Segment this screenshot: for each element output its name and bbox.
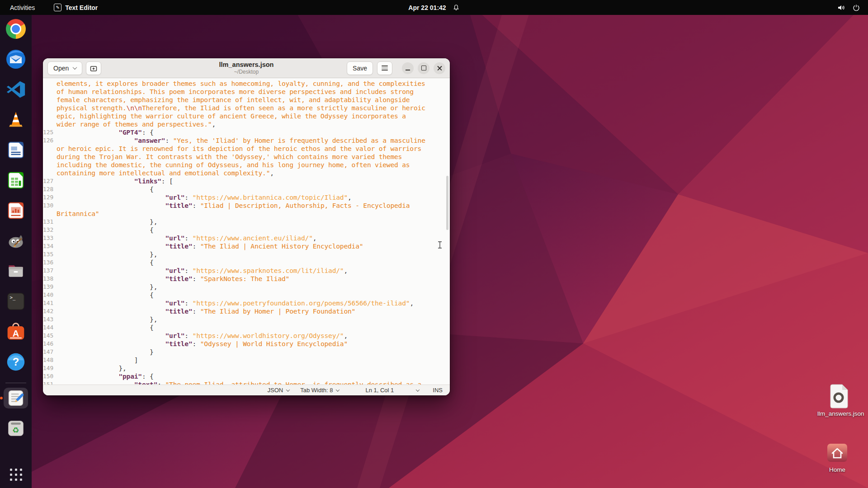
dock-item-libreoffice-writer[interactable] xyxy=(4,140,28,160)
dock-item-help[interactable]: ? xyxy=(4,352,28,372)
code-text: { xyxy=(57,185,154,193)
code-line[interactable]: 125 "GPT4": { xyxy=(43,128,450,136)
code-line[interactable]: 143 }, xyxy=(43,315,450,324)
code-line[interactable]: 135 }, xyxy=(43,250,450,258)
close-button[interactable] xyxy=(434,62,445,74)
dock-item-terminal[interactable]: >_ xyxy=(4,291,28,312)
code-line[interactable]: 136 { xyxy=(43,258,450,267)
code-line[interactable]: during the Trojan War. It contrasts with… xyxy=(43,153,450,161)
tab-width-selector[interactable]: Tab Width: 8 xyxy=(300,387,339,394)
headerbar[interactable]: Open llm_answers.json ~/Desktop Save xyxy=(43,58,450,78)
svg-text:>_: >_ xyxy=(10,295,16,300)
dock-item-libreoffice-impress[interactable] xyxy=(4,200,28,221)
dock-item-vscode[interactable] xyxy=(4,79,28,100)
code-line[interactable]: 128 { xyxy=(43,185,450,193)
code-text: "title": "Odyssey | World History Encycl… xyxy=(57,340,348,348)
code-text: epic, highlighting the warrior culture o… xyxy=(57,112,406,120)
code-line[interactable]: of human relationships. This poem incorp… xyxy=(43,88,450,96)
main-menu-button[interactable] xyxy=(377,61,392,75)
goto-line-selector[interactable]: Ln 1, Col 1 xyxy=(365,387,419,394)
code-text: } xyxy=(57,348,154,356)
line-number: 140 xyxy=(43,291,57,299)
text-editor-icon xyxy=(7,389,25,407)
code-line[interactable]: epic, highlighting the warrior culture o… xyxy=(43,112,450,120)
code-line[interactable]: elements, it explores broader themes suc… xyxy=(43,80,450,88)
line-number: 138 xyxy=(43,275,57,283)
code-text: "text": "The poem Iliad, attributed to H… xyxy=(57,380,421,385)
code-line[interactable]: Britannica" xyxy=(43,210,450,218)
code-line[interactable]: 140 { xyxy=(43,291,450,299)
language-selector[interactable]: JSON xyxy=(268,387,290,394)
code-line[interactable]: 132 { xyxy=(43,226,450,234)
line-number xyxy=(43,210,57,218)
code-text: wider range of themes and perspectives."… xyxy=(57,120,216,128)
code-line[interactable]: 145 "url": "https://www.worldhistory.org… xyxy=(43,332,450,340)
code-line[interactable]: 129 "url": "https://www.britannica.com/t… xyxy=(43,193,450,202)
code-text: including the domestic, the cunning of O… xyxy=(57,161,410,169)
code-line[interactable]: 133 "url": "https://www.ancient.eu/iliad… xyxy=(43,234,450,242)
code-line[interactable]: containing more intellectual and emotion… xyxy=(43,169,450,177)
code-line[interactable]: female characters, emphasizing the impor… xyxy=(43,96,450,104)
line-number: 125 xyxy=(43,128,57,136)
code-line[interactable]: wider range of themes and perspectives."… xyxy=(43,120,450,128)
clock[interactable]: Apr 22 01:42 xyxy=(408,4,446,11)
desktop-icon-llm-answers[interactable]: llm_answers.json xyxy=(817,384,861,417)
new-tab-button[interactable] xyxy=(86,61,101,75)
code-text: "answer": "Yes, the 'Iliad' by Homer is … xyxy=(57,136,425,145)
open-button[interactable]: Open xyxy=(47,61,82,75)
code-text: "url": "https://www.ancient.eu/iliad/", xyxy=(57,234,316,242)
code-line[interactable]: including the domestic, the cunning of O… xyxy=(43,161,450,169)
libreoffice-impress-icon xyxy=(6,201,25,220)
dock-item-ubuntu-software[interactable]: A xyxy=(4,321,28,342)
code-line[interactable]: or heroic epic. It is renowned for its d… xyxy=(43,145,450,153)
maximize-button[interactable] xyxy=(418,62,429,74)
dock-item-vlc[interactable] xyxy=(4,109,28,130)
line-number xyxy=(43,120,57,128)
dock-item-text-editor[interactable] xyxy=(4,388,28,408)
code-line[interactable]: 131 }, xyxy=(43,218,450,226)
svg-text:A: A xyxy=(13,328,19,338)
code-area[interactable]: elements, it explores broader themes suc… xyxy=(43,78,450,385)
dock-item-gimp[interactable] xyxy=(4,230,28,251)
code-line[interactable]: 150 "ppai": { xyxy=(43,372,450,380)
minimize-button[interactable] xyxy=(402,62,414,74)
focused-app-indicator[interactable]: ✎ Text Editor xyxy=(54,4,98,11)
code-line[interactable]: 141 "url": "https://www.poetryfoundation… xyxy=(43,299,450,307)
code-line[interactable]: 151 "text": "The poem Iliad, attributed … xyxy=(43,380,450,385)
line-number: 150 xyxy=(43,372,57,380)
code-line[interactable]: 138 "title": "SparkNotes: The Iliad" xyxy=(43,275,450,283)
code-line[interactable]: 147 } xyxy=(43,348,450,356)
save-button[interactable]: Save xyxy=(347,61,373,75)
code-line[interactable]: 137 "url": "https://www.sparknotes.com/l… xyxy=(43,267,450,275)
dock-item-files[interactable] xyxy=(4,261,28,282)
line-number: 139 xyxy=(43,283,57,291)
code-line[interactable]: physical strength.\n\nTherefore, the Ili… xyxy=(43,104,450,112)
volume-icon xyxy=(837,4,845,11)
code-line[interactable]: 148 ] xyxy=(43,356,450,364)
code-line[interactable]: 126 "answer": "Yes, the 'Iliad' by Homer… xyxy=(43,136,450,145)
code-line[interactable]: 127 "links": [ xyxy=(43,177,450,185)
code-line[interactable]: 130 "title": "Iliad | Description, Autho… xyxy=(43,202,450,210)
dock-item-libreoffice-calc[interactable] xyxy=(4,170,28,191)
code-line[interactable]: 142 "title": "The Iliad by Homer | Poetr… xyxy=(43,307,450,315)
desktop-icon-home[interactable]: Home xyxy=(816,440,859,473)
code-line[interactable]: 149 }, xyxy=(43,364,450,372)
code-line[interactable]: 139 }, xyxy=(43,283,450,291)
dock-item-trash[interactable]: ♻ xyxy=(4,418,28,439)
dock-item-thunderbird[interactable] xyxy=(4,49,28,70)
tab-width-label: Tab Width: 8 xyxy=(300,387,333,394)
ibeam-cursor xyxy=(437,241,443,249)
open-button-label: Open xyxy=(53,65,69,72)
dock-item-chrome[interactable] xyxy=(4,19,28,39)
scrollbar-thumb[interactable] xyxy=(446,176,448,230)
line-number: 128 xyxy=(43,185,57,193)
code-text: }, xyxy=(57,364,127,372)
code-line[interactable]: 144 { xyxy=(43,324,450,332)
show-applications-button[interactable] xyxy=(10,469,22,481)
code-line[interactable]: 134 "title": "The Iliad | Ancient Histor… xyxy=(43,242,450,250)
code-line[interactable]: 146 "title": "Odyssey | World History En… xyxy=(43,340,450,348)
activities-button[interactable]: Activities xyxy=(7,3,38,12)
code-text: female characters, emphasizing the impor… xyxy=(57,96,410,104)
system-status-area[interactable] xyxy=(837,4,868,11)
cursor-position-label: Ln 1, Col 1 xyxy=(365,387,394,394)
